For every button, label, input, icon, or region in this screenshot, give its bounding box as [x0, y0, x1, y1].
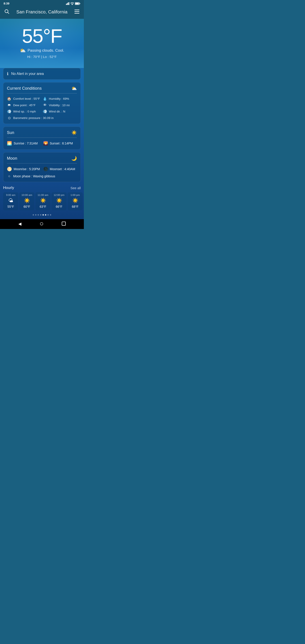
see-all-label: See all — [70, 186, 81, 190]
sun-title: Sun — [7, 130, 14, 135]
svg-rect-13 — [62, 222, 66, 226]
hourly-item: 11:00 am ☀️ 63°F — [35, 192, 50, 210]
nav-bar: ◀ — [0, 219, 84, 229]
sunset-icon: 🌄 — [43, 141, 48, 146]
moon-title: Moon — [7, 156, 17, 161]
recent-apps-button[interactable] — [62, 222, 66, 226]
hourly-item: 1:00 pm ☀️ 68°F — [68, 192, 83, 210]
hi-lo-display: Hi : 70°F | Lo : 52°F — [27, 55, 57, 58]
hourly-item: 10:00 am ☀️ 60°F — [19, 192, 34, 210]
moon-header: Moon 🌙 — [7, 156, 77, 164]
comfort-icon: 🏠 — [7, 96, 12, 101]
wind-speed-text: Wind sp. : 0 mph — [13, 110, 36, 113]
svg-rect-11 — [74, 12, 80, 12]
sun-icon: ☀️ — [71, 130, 77, 135]
current-conditions-header: Current Conditions ⛅ — [7, 86, 77, 94]
recent-apps-icon — [62, 222, 66, 226]
wind-dir-text: Wind dir. : N — [49, 110, 66, 113]
hourly-title: Hourly — [3, 186, 14, 190]
current-conditions-section: Current Conditions ⛅ 🏠 Comfort level : 5… — [3, 82, 81, 124]
hourly-row: 9:00 am 🌤 55°F 10:00 am ☀️ 60°F 11:00 am… — [3, 192, 84, 210]
hourly-weather-icon: ☀️ — [72, 198, 78, 204]
alert-banner[interactable]: ℹ No Alert in your area — [3, 68, 81, 80]
battery-icon — [75, 2, 80, 5]
comfort-text: Comfort level : 55°F — [13, 97, 40, 100]
header-title: San Francisco, California — [16, 10, 67, 14]
moon-row: 🌕 Moonrise : 5:20PM 🌑 Moonset : 4:40AM — [7, 166, 77, 172]
sunrise-icon: 🌅 — [7, 141, 12, 146]
hourly-scroll[interactable]: 9:00 am 🌤 55°F 10:00 am ☀️ 60°F 11:00 am… — [0, 192, 84, 213]
moon-phase-text: Moon phase : Waxing gibbous — [13, 174, 55, 178]
svg-rect-0 — [66, 4, 67, 5]
search-button[interactable] — [4, 8, 10, 16]
hourly-item: 12:00 pm ☀️ 66°F — [52, 192, 67, 210]
menu-button[interactable] — [74, 9, 80, 15]
sun-header: Sun ☀️ — [7, 130, 77, 138]
scroll-dot — [38, 214, 39, 216]
app-header: San Francisco, California — [0, 6, 84, 19]
signal-icon — [66, 2, 70, 5]
temperature-display: 55°F — [22, 26, 62, 46]
condition-wind-speed: 💨 Wind sp. : 0 mph — [7, 109, 41, 114]
scroll-dot — [35, 214, 36, 216]
pressure-icon: ⊙ — [7, 116, 12, 120]
wind-dir-icon: 💨 — [43, 109, 47, 114]
scroll-dot — [40, 214, 41, 216]
condition-wind-dir: 💨 Wind dir. : N — [43, 109, 77, 114]
humidity-icon: 💧 — [43, 96, 47, 101]
current-conditions-title: Current Conditions — [7, 86, 42, 91]
hero-section: 55°F ⛅ Passing clouds. Cool. Hi : 70°F |… — [0, 19, 84, 68]
see-all-button[interactable]: See all — [70, 186, 81, 190]
svg-rect-10 — [74, 10, 80, 10]
svg-rect-3 — [69, 2, 69, 5]
scroll-dot — [33, 214, 34, 216]
visibility-icon: 👁 — [43, 103, 47, 107]
weather-description: ⛅ Passing clouds. Cool. — [20, 48, 64, 54]
visibility-text: Visibility : 10 mi — [49, 104, 70, 107]
humidity-text: Humidity : 69% — [49, 97, 69, 100]
alert-icon: ℹ — [7, 71, 8, 76]
alert-text: No Alert in your area — [11, 72, 44, 76]
moon-icon: 🌙 — [71, 156, 77, 161]
scroll-dot — [48, 214, 49, 216]
hourly-time: 12:00 pm — [54, 194, 64, 196]
moon-phase-row: ○ Moon phase : Waxing gibbous — [7, 174, 77, 178]
moonset-icon: 🌑 — [43, 166, 48, 172]
svg-rect-7 — [75, 3, 79, 4]
condition-visibility: 👁 Visibility : 10 mi — [43, 103, 77, 107]
hourly-temp: 63°F — [40, 205, 46, 208]
sunset-text: Sunset : 6:14PM — [50, 142, 73, 145]
moonset-text: Moonset : 4:40AM — [50, 167, 75, 171]
condition-comfort: 🏠 Comfort level : 55°F — [7, 96, 41, 101]
conditions-grid: 🏠 Comfort level : 55°F 💧 Humidity : 69% … — [7, 96, 77, 120]
scroll-dots — [0, 213, 84, 219]
passing-clouds-icon: ⛅ — [20, 48, 26, 54]
wifi-icon — [70, 2, 74, 5]
svg-line-9 — [8, 12, 9, 14]
pressure-text: Barometric pressure : 30.09 in — [13, 116, 54, 120]
svg-point-4 — [72, 4, 72, 5]
hourly-temp: 66°F — [56, 205, 62, 208]
sunrise-text: Sunrise : 7:31AM — [14, 142, 38, 145]
hourly-temp: 55°F — [8, 205, 14, 208]
svg-rect-6 — [80, 3, 80, 4]
moonrise-icon: 🌕 — [7, 166, 12, 172]
hourly-header: Hourly See all — [0, 185, 84, 192]
dew-text: Dew point : 45°F — [13, 104, 36, 107]
weather-desc-text: Passing clouds. Cool. — [28, 48, 64, 53]
wind-speed-icon: 💨 — [7, 109, 12, 114]
moonrise-item: 🌕 Moonrise : 5:20PM — [7, 166, 41, 172]
condition-humidity: 💧 Humidity : 69% — [43, 96, 77, 101]
status-icons — [66, 2, 80, 5]
back-button[interactable]: ◀ — [18, 222, 22, 226]
hourly-weather-icon: ☀️ — [24, 198, 30, 204]
hourly-weather-icon: ☀️ — [40, 198, 46, 204]
scroll-dot — [45, 214, 46, 216]
sunrise-item: 🌅 Sunrise : 7:31AM — [7, 141, 41, 146]
hourly-weather-icon: ☀️ — [56, 198, 62, 204]
home-indicator[interactable] — [40, 222, 43, 226]
scroll-dot — [50, 214, 51, 216]
svg-rect-2 — [68, 2, 68, 5]
moon-phase-icon: ○ — [7, 174, 12, 178]
moonrise-text: Moonrise : 5:20PM — [14, 167, 40, 171]
